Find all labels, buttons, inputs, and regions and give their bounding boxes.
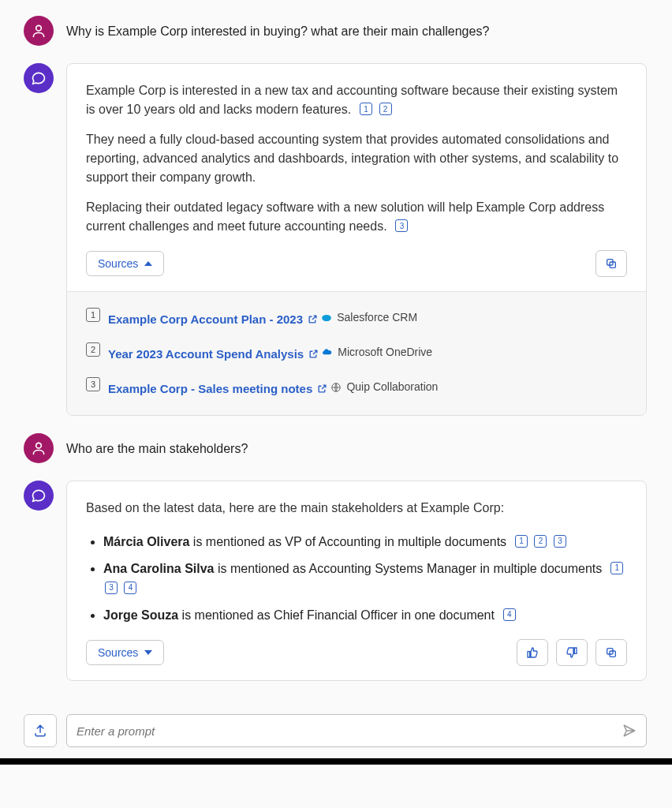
citation-badge[interactable]: 3	[395, 219, 408, 232]
citation-badge[interactable]: 4	[503, 608, 516, 621]
svg-point-0	[36, 25, 42, 31]
stakeholders-list: Márcia Olivera is mentioned as VP of Acc…	[86, 532, 627, 625]
user-avatar	[24, 16, 54, 46]
person-icon	[31, 23, 47, 39]
copy-icon	[605, 257, 618, 270]
source-item: 3 Example Corp - Sales meeting notes Qui…	[86, 376, 627, 398]
stakeholder-detail: is mentioned as Accounting Systems Manag…	[215, 562, 603, 575]
send-icon	[622, 724, 637, 738]
svg-point-3	[322, 314, 331, 320]
source-link[interactable]: Example Corp - Sales meeting notes	[108, 380, 327, 398]
source-number: 3	[86, 377, 100, 391]
user-message-text: Who are the main stakeholders?	[66, 433, 248, 458]
copy-button[interactable]	[595, 250, 627, 277]
person-icon	[31, 440, 47, 456]
chevron-up-icon	[144, 261, 152, 266]
sources-label: Sources	[98, 257, 138, 270]
stakeholder-name: Jorge Souza	[103, 608, 178, 622]
svg-point-5	[36, 443, 42, 448]
bot-avatar	[24, 63, 54, 93]
citation-badge[interactable]: 1	[610, 562, 623, 574]
response-intro: Based on the latest data, here are the m…	[86, 499, 627, 518]
citation-badge[interactable]: 2	[379, 103, 392, 115]
source-title-text: Year 2023 Account Spend Analysis	[108, 346, 304, 364]
source-item: 1 Example Corp Account Plan - 2023 Sales…	[86, 306, 627, 328]
bot-response-card: Based on the latest data, here are the m…	[66, 481, 647, 681]
stakeholder-name: Márcia Olivera	[103, 535, 189, 548]
platform-text: Salesforce CRM	[337, 309, 417, 326]
sources-label: Sources	[98, 646, 138, 659]
platform-text: Quip Collaboration	[346, 379, 438, 395]
bottom-bar	[0, 758, 672, 765]
user-message-text: Why is Example Corp interested in buying…	[66, 16, 489, 41]
sources-toggle-button[interactable]: Sources	[86, 640, 164, 665]
source-title-text: Example Corp Account Plan - 2023	[108, 311, 303, 329]
stakeholder-detail: is mentioned as Chief Financial Officer …	[178, 608, 495, 622]
source-number: 2	[86, 342, 100, 357]
stakeholder-detail: is mentioned as VP of Accounting in mult…	[189, 535, 506, 548]
thumbs-down-button[interactable]	[556, 639, 588, 666]
external-link-icon	[308, 349, 319, 359]
input-bar	[0, 714, 670, 758]
citation-badge[interactable]: 3	[554, 535, 566, 548]
action-icons	[595, 250, 627, 277]
sources-toggle-button[interactable]: Sources	[86, 251, 164, 276]
salesforce-icon	[321, 312, 332, 324]
upload-icon	[33, 724, 47, 738]
citation-badge[interactable]: 1	[360, 103, 372, 115]
source-number: 1	[86, 308, 100, 322]
action-icons	[517, 639, 627, 666]
chevron-down-icon	[144, 650, 152, 655]
source-title-text: Example Corp - Sales meeting notes	[108, 380, 312, 398]
thumbs-down-icon	[566, 646, 578, 659]
source-platform: Microsoft OneDrive	[322, 344, 432, 361]
user-message: Why is Example Corp interested in buying…	[24, 16, 647, 46]
bot-body: Based on the latest data, here are the m…	[67, 481, 646, 680]
source-link[interactable]: Year 2023 Account Spend Analysis	[108, 346, 319, 364]
source-link[interactable]: Example Corp Account Plan - 2023	[108, 311, 318, 329]
thumbs-up-icon	[526, 646, 539, 659]
source-platform: Quip Collaboration	[330, 379, 438, 395]
citation-badge[interactable]: 4	[124, 582, 136, 594]
copy-icon	[605, 646, 618, 659]
bot-avatar	[24, 481, 54, 511]
thumbs-up-button[interactable]	[517, 639, 548, 666]
copy-button[interactable]	[595, 639, 627, 666]
action-row: Sources	[86, 639, 627, 666]
bot-response-card: Example Corp is interested in a new tax …	[66, 63, 647, 416]
external-link-icon	[308, 314, 318, 324]
bot-body: Example Corp is interested in a new tax …	[67, 64, 646, 291]
citation-badge[interactable]: 3	[105, 582, 118, 594]
response-text: They need a fully cloud-based accounting…	[86, 133, 618, 184]
platform-text: Microsoft OneDrive	[338, 344, 432, 361]
upload-button[interactable]	[24, 714, 57, 747]
action-row: Sources	[86, 250, 627, 277]
citation-badge[interactable]: 2	[534, 535, 547, 548]
send-button[interactable]	[618, 719, 641, 743]
globe-icon	[330, 382, 342, 393]
response-text: Replacing their outdated legacy software…	[86, 200, 604, 233]
chat-icon	[31, 488, 47, 503]
response-paragraph: They need a fully cloud-based accounting…	[86, 130, 627, 187]
response-paragraph: Replacing their outdated legacy software…	[86, 198, 627, 236]
source-platform: Salesforce CRM	[321, 309, 417, 326]
prompt-input[interactable]	[77, 724, 618, 738]
user-avatar	[24, 433, 54, 463]
bot-message: Based on the latest data, here are the m…	[24, 481, 647, 681]
stakeholder-name: Ana Carolina Silva	[103, 562, 215, 575]
bot-message: Example Corp is interested in a new tax …	[24, 63, 647, 416]
external-link-icon	[317, 383, 327, 394]
chat-icon	[31, 70, 47, 86]
prompt-box[interactable]	[66, 714, 647, 747]
source-item: 2 Year 2023 Account Spend Analysis Micro…	[86, 341, 627, 363]
chat-container: Why is Example Corp interested in buying…	[0, 0, 670, 714]
user-message: Who are the main stakeholders?	[24, 433, 647, 463]
citation-badge[interactable]: 1	[515, 535, 528, 548]
list-item: Jorge Souza is mentioned as Chief Financ…	[103, 605, 627, 626]
list-item: Márcia Olivera is mentioned as VP of Acc…	[103, 532, 627, 552]
list-item: Ana Carolina Silva is mentioned as Accou…	[103, 559, 627, 599]
sources-panel: 1 Example Corp Account Plan - 2023 Sales…	[67, 291, 646, 415]
response-paragraph: Example Corp is interested in a new tax …	[86, 81, 627, 119]
onedrive-icon	[322, 347, 333, 358]
response-text: Example Corp is interested in a new tax …	[86, 84, 618, 116]
